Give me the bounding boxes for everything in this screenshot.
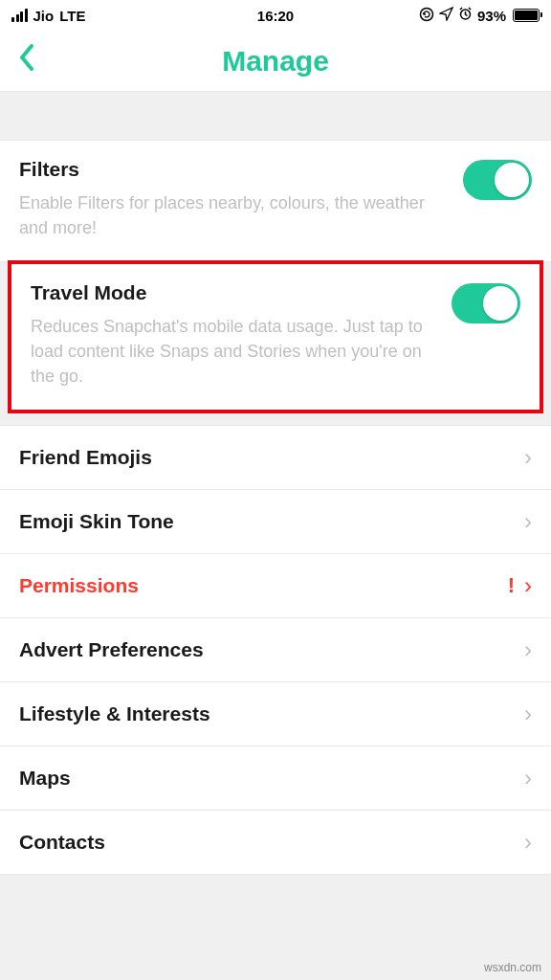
filters-title: Filters: [19, 158, 446, 181]
row-label: Emoji Skin Tone: [19, 510, 174, 533]
filters-desc: Enable Filters for places nearby, colour…: [19, 190, 446, 240]
travel-mode-highlight: Travel Mode Reduces Snapchat's mobile da…: [8, 260, 543, 413]
row-contacts[interactable]: Contacts ›: [0, 811, 551, 875]
chevron-right-icon: ›: [524, 508, 532, 535]
filters-section: Filters Enable Filters for places nearby…: [0, 140, 551, 262]
chevron-right-icon: ›: [524, 765, 532, 791]
row-emoji-skin-tone[interactable]: Emoji Skin Tone ›: [0, 490, 551, 554]
rotation-lock-icon: [419, 7, 434, 25]
travel-title: Travel Mode: [31, 281, 434, 304]
status-left: Jio LTE: [11, 8, 85, 24]
battery-icon: [513, 9, 540, 22]
travel-desc: Reduces Snapchat's mobile data usage. Ju…: [31, 314, 434, 389]
status-time: 16:20: [257, 8, 294, 24]
network-label: LTE: [59, 8, 85, 24]
row-label: Contacts: [19, 831, 105, 854]
status-bar: Jio LTE 16:20 93%: [0, 0, 551, 31]
alarm-icon: [458, 7, 473, 24]
filters-toggle[interactable]: [463, 160, 532, 200]
svg-point-0: [420, 8, 432, 20]
watermark: wsxdn.com: [484, 961, 541, 974]
spacer: [0, 92, 551, 140]
chevron-right-icon: ›: [524, 636, 532, 663]
row-label: Lifestyle & Interests: [19, 702, 210, 725]
settings-list: Friend Emojis › Emoji Skin Tone › Permis…: [0, 425, 551, 875]
row-friend-emojis[interactable]: Friend Emojis ›: [0, 426, 551, 490]
page-title: Manage: [222, 45, 329, 78]
nav-bar: Manage: [0, 31, 551, 92]
row-lifestyle-interests[interactable]: Lifestyle & Interests ›: [0, 682, 551, 746]
row-label: Maps: [19, 767, 71, 790]
row-permissions[interactable]: Permissions ! ›: [0, 554, 551, 618]
battery-percent: 93%: [477, 8, 506, 24]
travel-mode-section: Travel Mode Reduces Snapchat's mobile da…: [11, 264, 540, 410]
row-maps[interactable]: Maps ›: [0, 746, 551, 811]
chevron-right-icon: ›: [524, 701, 532, 727]
back-button[interactable]: [17, 42, 36, 80]
warning-icon: !: [508, 573, 515, 598]
carrier-label: Jio: [33, 8, 55, 24]
row-label: Permissions: [19, 574, 139, 597]
chevron-right-icon: ›: [524, 444, 532, 471]
toggle-knob: [483, 286, 518, 321]
chevron-right-icon: ›: [524, 572, 532, 599]
row-label: Friend Emojis: [19, 446, 152, 469]
signal-icon: [11, 9, 28, 22]
travel-toggle[interactable]: [452, 283, 520, 323]
toggle-knob: [495, 163, 529, 197]
location-icon: [439, 7, 453, 24]
chevron-right-icon: ›: [524, 829, 532, 856]
row-label: Advert Preferences: [19, 638, 204, 661]
row-advert-preferences[interactable]: Advert Preferences ›: [0, 618, 551, 682]
status-right: 93%: [419, 7, 540, 25]
